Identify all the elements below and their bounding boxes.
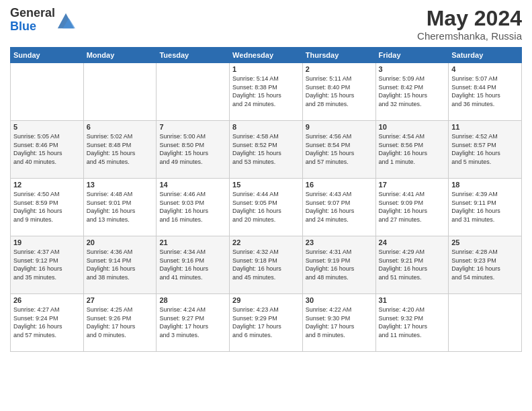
day-number: 12 xyxy=(13,181,81,189)
day-number: 22 xyxy=(232,238,300,246)
calendar-cell: 29Sunrise: 4:23 AM Sunset: 9:29 PM Dayli… xyxy=(230,294,303,352)
day-info: Sunrise: 4:20 AM Sunset: 9:32 PM Dayligh… xyxy=(379,306,446,339)
day-number: 31 xyxy=(379,296,446,304)
day-number: 10 xyxy=(379,123,446,131)
main-title: May 2024 xyxy=(417,7,522,30)
day-number: 24 xyxy=(379,238,446,246)
day-info: Sunrise: 5:00 AM Sunset: 8:50 PM Dayligh… xyxy=(159,132,226,166)
day-number: 14 xyxy=(159,181,226,189)
day-info: Sunrise: 4:43 AM Sunset: 9:07 PM Dayligh… xyxy=(306,190,373,224)
day-info: Sunrise: 4:28 AM Sunset: 9:23 PM Dayligh… xyxy=(451,248,519,281)
calendar-cell: 21Sunrise: 4:34 AM Sunset: 9:16 PM Dayli… xyxy=(157,236,230,294)
day-number: 2 xyxy=(306,65,373,73)
weekday-header-sunday: Sunday xyxy=(11,48,84,63)
day-number: 7 xyxy=(159,123,226,131)
calendar-cell xyxy=(449,294,522,352)
day-number: 19 xyxy=(13,238,81,246)
title-block: May 2024 Cheremshanka, Russia xyxy=(417,7,522,42)
day-number: 6 xyxy=(87,123,154,131)
calendar-cell: 14Sunrise: 4:46 AM Sunset: 9:03 PM Dayli… xyxy=(157,179,230,236)
calendar-cell xyxy=(157,63,230,121)
calendar-table: SundayMondayTuesdayWednesdayThursdayFrid… xyxy=(10,47,522,352)
day-info: Sunrise: 4:34 AM Sunset: 9:16 PM Dayligh… xyxy=(159,248,226,281)
logo-general: General xyxy=(10,6,55,19)
day-info: Sunrise: 5:05 AM Sunset: 8:46 PM Dayligh… xyxy=(13,132,81,166)
day-number: 30 xyxy=(306,296,373,304)
calendar-cell: 25Sunrise: 4:28 AM Sunset: 9:23 PM Dayli… xyxy=(449,236,522,294)
day-number: 17 xyxy=(379,181,446,189)
page: General Blue May 2024 Cheremshanka, Russ… xyxy=(0,0,532,411)
weekday-row: SundayMondayTuesdayWednesdayThursdayFrid… xyxy=(11,48,522,63)
day-number: 13 xyxy=(87,181,154,189)
weekday-header-tuesday: Tuesday xyxy=(157,48,230,63)
calendar-cell: 22Sunrise: 4:32 AM Sunset: 9:18 PM Dayli… xyxy=(230,236,303,294)
day-number: 8 xyxy=(232,123,300,131)
calendar-cell xyxy=(83,63,157,121)
day-info: Sunrise: 4:39 AM Sunset: 9:11 PM Dayligh… xyxy=(451,190,519,224)
day-number: 5 xyxy=(13,123,81,131)
day-info: Sunrise: 4:24 AM Sunset: 9:27 PM Dayligh… xyxy=(159,306,226,339)
weekday-header-friday: Friday xyxy=(375,48,449,63)
calendar-body: 1Sunrise: 5:14 AM Sunset: 8:38 PM Daylig… xyxy=(11,63,522,352)
day-number: 16 xyxy=(306,181,373,189)
day-number: 25 xyxy=(451,238,519,246)
weekday-header-wednesday: Wednesday xyxy=(230,48,303,63)
calendar-cell: 3Sunrise: 5:09 AM Sunset: 8:42 PM Daylig… xyxy=(375,63,449,121)
calendar-cell: 18Sunrise: 4:39 AM Sunset: 9:11 PM Dayli… xyxy=(449,179,522,236)
day-info: Sunrise: 4:32 AM Sunset: 9:18 PM Dayligh… xyxy=(232,248,300,281)
header: General Blue May 2024 Cheremshanka, Russ… xyxy=(10,7,522,42)
calendar-cell: 24Sunrise: 4:29 AM Sunset: 9:21 PM Dayli… xyxy=(375,236,449,294)
day-number: 27 xyxy=(87,296,154,304)
calendar-cell: 7Sunrise: 5:00 AM Sunset: 8:50 PM Daylig… xyxy=(157,121,230,179)
day-info: Sunrise: 4:41 AM Sunset: 9:09 PM Dayligh… xyxy=(379,190,446,224)
calendar-cell: 27Sunrise: 4:25 AM Sunset: 9:26 PM Dayli… xyxy=(83,294,157,352)
calendar-cell: 10Sunrise: 4:54 AM Sunset: 8:56 PM Dayli… xyxy=(375,121,449,179)
calendar-cell: 2Sunrise: 5:11 AM Sunset: 8:40 PM Daylig… xyxy=(302,63,375,121)
week-row-3: 12Sunrise: 4:50 AM Sunset: 8:59 PM Dayli… xyxy=(11,179,522,236)
day-info: Sunrise: 5:11 AM Sunset: 8:40 PM Dayligh… xyxy=(306,75,373,108)
day-number: 15 xyxy=(232,181,300,189)
day-info: Sunrise: 4:27 AM Sunset: 9:24 PM Dayligh… xyxy=(13,306,81,339)
day-info: Sunrise: 5:14 AM Sunset: 8:38 PM Dayligh… xyxy=(232,75,300,108)
day-info: Sunrise: 4:31 AM Sunset: 9:19 PM Dayligh… xyxy=(306,248,373,281)
day-info: Sunrise: 4:48 AM Sunset: 9:01 PM Dayligh… xyxy=(87,190,154,224)
logo-icon xyxy=(56,11,75,30)
day-info: Sunrise: 4:37 AM Sunset: 9:12 PM Dayligh… xyxy=(13,248,81,281)
day-number: 21 xyxy=(159,238,226,246)
calendar-cell: 28Sunrise: 4:24 AM Sunset: 9:27 PM Dayli… xyxy=(157,294,230,352)
day-number: 26 xyxy=(13,296,81,304)
calendar-cell: 19Sunrise: 4:37 AM Sunset: 9:12 PM Dayli… xyxy=(11,236,84,294)
calendar-cell xyxy=(11,63,84,121)
weekday-header-thursday: Thursday xyxy=(302,48,375,63)
day-info: Sunrise: 5:07 AM Sunset: 8:44 PM Dayligh… xyxy=(451,75,519,108)
week-row-5: 26Sunrise: 4:27 AM Sunset: 9:24 PM Dayli… xyxy=(11,294,522,352)
calendar-cell: 16Sunrise: 4:43 AM Sunset: 9:07 PM Dayli… xyxy=(302,179,375,236)
calendar-cell: 11Sunrise: 4:52 AM Sunset: 8:57 PM Dayli… xyxy=(449,121,522,179)
day-info: Sunrise: 4:22 AM Sunset: 9:30 PM Dayligh… xyxy=(306,306,373,339)
weekday-header-saturday: Saturday xyxy=(449,48,522,63)
week-row-2: 5Sunrise: 5:05 AM Sunset: 8:46 PM Daylig… xyxy=(11,121,522,179)
day-number: 3 xyxy=(379,65,446,73)
day-info: Sunrise: 4:50 AM Sunset: 8:59 PM Dayligh… xyxy=(13,190,81,224)
day-info: Sunrise: 4:46 AM Sunset: 9:03 PM Dayligh… xyxy=(159,190,226,224)
day-number: 23 xyxy=(306,238,373,246)
calendar-header: SundayMondayTuesdayWednesdayThursdayFrid… xyxy=(11,48,522,63)
day-number: 20 xyxy=(87,238,154,246)
day-info: Sunrise: 4:54 AM Sunset: 8:56 PM Dayligh… xyxy=(379,132,446,166)
day-number: 28 xyxy=(159,296,226,304)
logo: General Blue xyxy=(10,7,75,34)
logo-text: General Blue xyxy=(10,7,75,34)
day-number: 1 xyxy=(232,65,300,73)
calendar-cell: 15Sunrise: 4:44 AM Sunset: 9:05 PM Dayli… xyxy=(230,179,303,236)
day-number: 9 xyxy=(306,123,373,131)
day-number: 18 xyxy=(451,181,519,189)
calendar-cell: 8Sunrise: 4:58 AM Sunset: 8:52 PM Daylig… xyxy=(230,121,303,179)
day-number: 11 xyxy=(451,123,519,131)
calendar-cell: 26Sunrise: 4:27 AM Sunset: 9:24 PM Dayli… xyxy=(11,294,84,352)
day-info: Sunrise: 4:23 AM Sunset: 9:29 PM Dayligh… xyxy=(232,306,300,339)
subtitle: Cheremshanka, Russia xyxy=(417,30,522,42)
day-info: Sunrise: 4:29 AM Sunset: 9:21 PM Dayligh… xyxy=(379,248,446,281)
day-info: Sunrise: 5:09 AM Sunset: 8:42 PM Dayligh… xyxy=(379,75,446,108)
day-info: Sunrise: 4:25 AM Sunset: 9:26 PM Dayligh… xyxy=(87,306,154,339)
calendar-cell: 20Sunrise: 4:36 AM Sunset: 9:14 PM Dayli… xyxy=(83,236,157,294)
